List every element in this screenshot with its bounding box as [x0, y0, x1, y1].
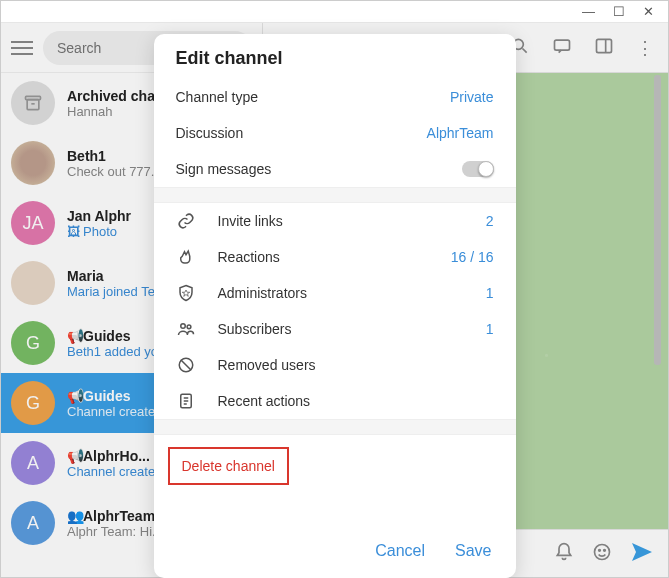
invite-links-row[interactable]: Invite links 2 — [154, 203, 516, 239]
archive-icon — [11, 81, 55, 125]
subscribers-count: 1 — [486, 321, 494, 337]
discussion-row[interactable]: Discussion AlphrTeam — [154, 115, 516, 151]
megaphone-icon: 📢 — [67, 328, 79, 344]
app-window: — ☐ ✕ Archived chats Hannah Beth1 — [0, 0, 669, 578]
avatar — [11, 261, 55, 305]
edit-channel-modal: Edit channel Channel type Private Discus… — [154, 34, 516, 578]
section-divider — [154, 187, 516, 203]
svg-rect-3 — [555, 40, 570, 50]
avatar: G — [11, 321, 55, 365]
window-minimize-icon[interactable]: — — [582, 4, 595, 19]
channel-type-row[interactable]: Channel type Private — [154, 79, 516, 115]
scrollbar[interactable] — [654, 75, 661, 507]
administrators-label: Administrators — [218, 285, 464, 301]
save-button[interactable]: Save — [455, 542, 491, 560]
menu-icon[interactable] — [11, 41, 33, 55]
invite-links-label: Invite links — [218, 213, 464, 229]
channel-type-label: Channel type — [176, 89, 259, 105]
megaphone-icon: 📢 — [67, 448, 79, 464]
subscribers-label: Subscribers — [218, 321, 464, 337]
photo-icon: 🖼 — [67, 224, 79, 239]
megaphone-icon: 📢 — [67, 388, 79, 404]
avatar: JA — [11, 201, 55, 245]
modal-title: Edit channel — [154, 34, 516, 79]
delete-channel-button[interactable]: Delete channel — [168, 447, 289, 485]
window-maximize-icon[interactable]: ☐ — [613, 4, 625, 19]
discussion-label: Discussion — [176, 125, 244, 141]
link-icon — [176, 212, 196, 230]
discussion-value: AlphrTeam — [427, 125, 494, 141]
svg-point-8 — [180, 324, 185, 329]
reactions-label: Reactions — [218, 249, 429, 265]
invite-links-count: 2 — [486, 213, 494, 229]
svg-rect-4 — [597, 39, 612, 52]
subscribers-icon — [176, 320, 196, 338]
more-icon[interactable]: ⋮ — [636, 37, 654, 59]
reactions-count: 16 / 16 — [451, 249, 494, 265]
emoji-icon[interactable] — [592, 542, 612, 566]
removed-users-label: Removed users — [218, 357, 494, 373]
administrators-row[interactable]: Administrators 1 — [154, 275, 516, 311]
scrollbar-thumb[interactable] — [654, 75, 661, 365]
wave-icon — [176, 248, 196, 266]
sign-messages-row: Sign messages — [154, 151, 516, 187]
removed-users-row[interactable]: Removed users — [154, 347, 516, 383]
avatar: A — [11, 441, 55, 485]
administrators-count: 1 — [486, 285, 494, 301]
avatar — [11, 141, 55, 185]
banned-icon — [176, 356, 196, 374]
recent-actions-label: Recent actions — [218, 393, 494, 409]
avatar: A — [11, 501, 55, 545]
cancel-button[interactable]: Cancel — [375, 542, 425, 560]
chat-icon[interactable] — [552, 36, 572, 60]
svg-point-5 — [595, 544, 610, 559]
delete-channel-label: Delete channel — [182, 458, 275, 474]
section-divider — [154, 419, 516, 435]
channel-type-value: Private — [450, 89, 494, 105]
recent-actions-row[interactable]: Recent actions — [154, 383, 516, 419]
window-titlebar: — ☐ ✕ — [1, 1, 668, 23]
svg-point-9 — [187, 325, 191, 329]
group-icon: 👥 — [67, 508, 79, 524]
notifications-icon[interactable] — [554, 542, 574, 566]
svg-point-7 — [604, 549, 606, 551]
avatar: G — [11, 381, 55, 425]
sign-messages-label: Sign messages — [176, 161, 272, 177]
log-icon — [176, 392, 196, 410]
reactions-row[interactable]: Reactions 16 / 16 — [154, 239, 516, 275]
subscribers-row[interactable]: Subscribers 1 — [154, 311, 516, 347]
send-icon[interactable] — [630, 540, 654, 568]
svg-point-6 — [599, 549, 601, 551]
sidebar-toggle-icon[interactable] — [594, 36, 614, 60]
sign-messages-toggle[interactable] — [462, 161, 494, 177]
shield-icon — [176, 284, 196, 302]
window-close-icon[interactable]: ✕ — [643, 4, 654, 19]
